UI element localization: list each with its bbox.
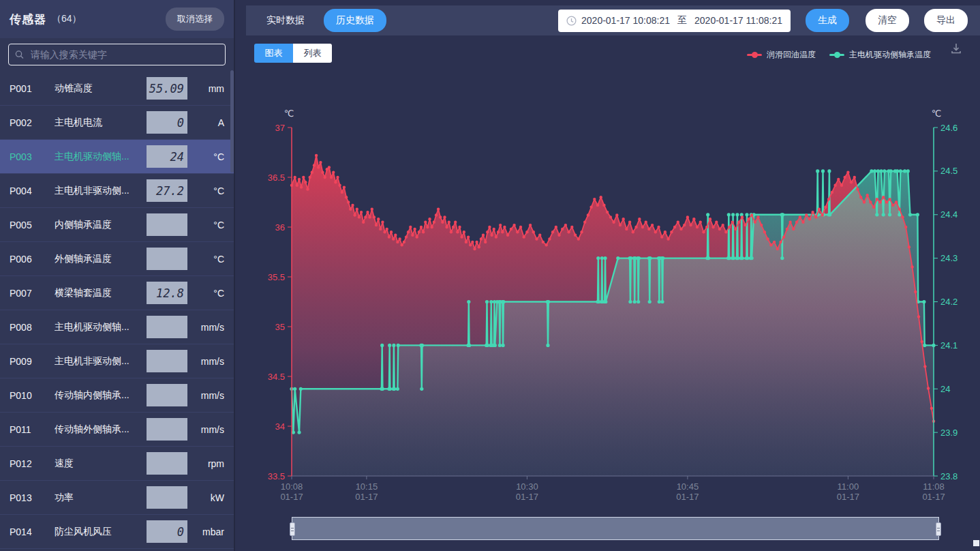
sensor-code: P011: [10, 424, 55, 435]
x-tick-time: 10:15: [356, 481, 378, 492]
sensor-row[interactable]: P006外侧轴承温度°C: [0, 242, 234, 276]
x-tick-date: 01-17: [355, 492, 378, 502]
sensor-value-display: [147, 384, 187, 406]
sensor-name: 主电机电流: [55, 117, 147, 129]
sensor-name: 主电机驱动侧轴...: [55, 151, 147, 163]
svg-text:35.5: 35.5: [268, 272, 285, 282]
sensor-name: 外侧轴承温度: [55, 253, 147, 265]
date-range-picker[interactable]: 2020-01-17 10:08:21 至 2020-01-17 11:08:2…: [558, 10, 791, 32]
generate-button[interactable]: 生成: [806, 9, 849, 32]
sensor-name: 传动轴外侧轴承...: [55, 423, 147, 436]
sensor-code: P003: [10, 151, 55, 162]
datazoom-handle-right[interactable]: [936, 522, 941, 536]
view-toggle: 图表 列表: [254, 44, 332, 63]
sensor-name: 横梁轴套温度: [55, 287, 147, 299]
tab-chart-view[interactable]: 图表: [254, 44, 293, 63]
sidebar-header: 传感器 （64） 取消选择: [0, 0, 234, 38]
sensor-row[interactable]: P009主电机非驱动侧...mm/s: [0, 344, 234, 378]
sensor-code: P014: [10, 526, 55, 537]
sensor-code: P004: [10, 185, 55, 196]
sensor-row[interactable]: P013功率kW: [0, 481, 234, 515]
sensor-name: 速度: [55, 458, 147, 470]
clear-button[interactable]: 清空: [866, 9, 909, 32]
sensor-row[interactable]: P001动锥高度55.09mm: [0, 72, 234, 106]
sensor-name: 动锥高度: [55, 83, 147, 95]
sensor-name: 内侧轴承温度: [55, 219, 147, 231]
history-temperature-chart[interactable]: 3736.53635.53534.53433.5℃24.624.524.424.…: [235, 68, 980, 511]
sensor-unit: °C: [187, 288, 224, 299]
svg-text:24: 24: [940, 384, 950, 394]
sensor-row[interactable]: P011传动轴外侧轴承...mm/s: [0, 413, 234, 447]
sensor-value-display: 0: [147, 520, 187, 543]
sensor-list: P001动锥高度55.09mmP002主电机电流0AP003主电机驱动侧轴...…: [0, 72, 234, 549]
x-tick-date: 01-17: [837, 492, 859, 502]
legend-label: 主电机驱动侧轴承温度: [849, 49, 931, 61]
svg-text:24.4: 24.4: [940, 209, 958, 220]
x-tick-date: 01-17: [516, 492, 538, 502]
sensor-unit: mm/s: [187, 322, 224, 333]
date-range-separator: 至: [677, 14, 687, 27]
sensor-value-display: 24: [147, 145, 187, 168]
sensor-value-display: [147, 248, 187, 270]
date-range-start: 2020-01-17 10:08:21: [581, 15, 670, 26]
sensor-name: 主电机非驱动侧...: [55, 355, 147, 368]
legend-item[interactable]: 主电机驱动侧轴承温度: [829, 49, 931, 61]
deselect-button[interactable]: 取消选择: [166, 8, 224, 31]
sensor-unit: A: [187, 117, 224, 128]
sensor-unit: mm/s: [187, 424, 224, 435]
svg-text:23.9: 23.9: [940, 428, 958, 438]
svg-text:23.8: 23.8: [940, 471, 958, 481]
legend-label: 润滑回油温度: [767, 49, 816, 61]
search-area: [0, 38, 234, 72]
x-tick-time: 11:08: [923, 481, 945, 492]
tab-history-data[interactable]: 历史数据: [324, 9, 386, 32]
svg-text:24.3: 24.3: [940, 253, 958, 263]
x-tick-time: 10:30: [516, 481, 538, 492]
sensor-code: P006: [10, 254, 55, 265]
svg-text:34.5: 34.5: [268, 372, 285, 382]
svg-text:34: 34: [275, 421, 285, 432]
search-icon: [15, 50, 24, 59]
sensor-unit: kW: [187, 492, 224, 503]
sensor-name: 防尘风机风压: [55, 526, 147, 538]
download-icon[interactable]: [950, 42, 962, 55]
sensor-value-display: 12.8: [147, 282, 187, 304]
sensor-count: （64）: [52, 13, 82, 25]
sensor-unit: mm/s: [187, 356, 224, 367]
datazoom-handle-left[interactable]: [290, 522, 295, 536]
sidebar-title: 传感器: [10, 12, 46, 27]
search-box[interactable]: [8, 44, 226, 65]
sensor-name: 主电机非驱动侧...: [55, 185, 147, 197]
sensor-row[interactable]: P014防尘风机风压0mbar: [0, 515, 234, 549]
sensor-row[interactable]: P004主电机非驱动侧...27.2°C: [0, 174, 234, 208]
svg-text:33.5: 33.5: [268, 471, 285, 481]
export-button[interactable]: 导出: [924, 9, 968, 32]
sensor-code: P009: [10, 356, 55, 367]
sensor-row[interactable]: P003主电机驱动侧轴...24°C: [0, 140, 234, 174]
x-tick-time: 10:45: [677, 481, 699, 492]
datazoom-slider[interactable]: [292, 517, 939, 540]
sensor-dashboard: 传感器 （64） 取消选择 P001动锥高度55.09mmP002主电机电流0A…: [0, 0, 980, 551]
sensor-row[interactable]: P007横梁轴套温度12.8°C: [0, 276, 234, 310]
scrollbar-corner: [973, 540, 979, 546]
search-input[interactable]: [29, 48, 219, 61]
legend-marker-icon: [747, 54, 762, 56]
svg-text:37: 37: [275, 123, 285, 133]
sidebar-scrollbar[interactable]: [230, 70, 234, 173]
sensor-row[interactable]: P010传动轴内侧轴承...mm/s: [0, 378, 234, 413]
chart-legend: 润滑回油温度主电机驱动侧轴承温度: [747, 49, 931, 61]
sensor-value-display: 55.09: [147, 77, 187, 100]
sensor-unit: mbar: [187, 526, 224, 537]
tab-realtime-data[interactable]: 实时数据: [266, 14, 305, 27]
sensor-row[interactable]: P005内侧轴承温度°C: [0, 208, 234, 242]
sensor-unit: mm: [187, 83, 224, 94]
date-range-end: 2020-01-17 11:08:21: [694, 15, 782, 26]
sensor-value-display: 27.2: [147, 179, 187, 202]
sensor-row[interactable]: P002主电机电流0A: [0, 106, 234, 140]
legend-item[interactable]: 润滑回油温度: [747, 49, 816, 61]
tab-list-view[interactable]: 列表: [293, 44, 332, 63]
sensor-code: P005: [10, 220, 55, 230]
sensor-row[interactable]: P012速度rpm: [0, 447, 234, 481]
sensor-row[interactable]: P008主电机驱动侧轴...mm/s: [0, 310, 234, 344]
sensor-code: P001: [10, 83, 55, 94]
